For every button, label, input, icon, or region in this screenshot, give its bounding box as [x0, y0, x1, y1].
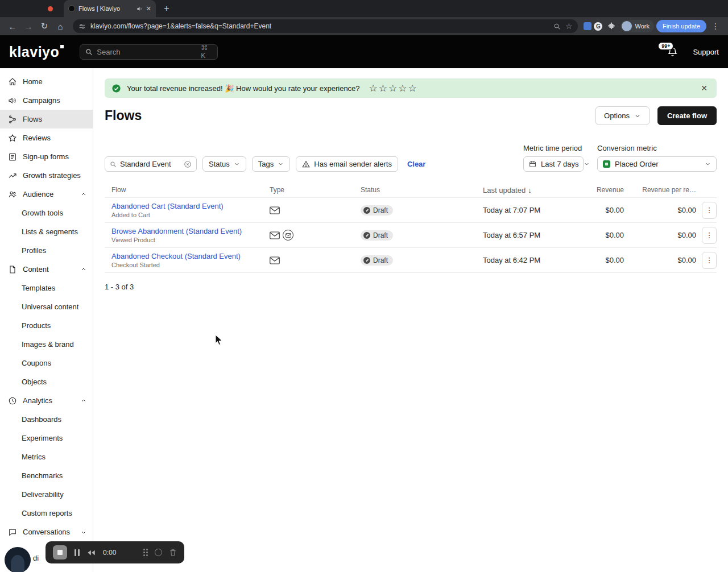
time-period-dropdown[interactable]: Last 7 days [523, 156, 584, 172]
flow-name-link[interactable]: Abandoned Cart (Standard Event) [111, 202, 270, 210]
flow-search-box[interactable] [105, 156, 197, 172]
google-extension-icon[interactable]: G [594, 22, 602, 31]
sidebar-item-reviews[interactable]: Reviews [0, 129, 93, 147]
document-icon [8, 265, 17, 274]
notifications-button[interactable]: 99+ [667, 47, 678, 57]
tab-close-icon[interactable]: ✕ [146, 5, 151, 13]
row-actions-button[interactable]: ⋮ [702, 252, 717, 269]
sidebar-item-growth-strategies[interactable]: Growth strategies [0, 166, 93, 185]
sidebar-item-lists-segments[interactable]: Lists & segments [0, 222, 93, 241]
home-icon [8, 77, 17, 86]
sender-alerts-filter[interactable]: Has email sender alerts [296, 156, 398, 172]
options-button[interactable]: Options [595, 106, 650, 125]
sidebar-item-templates[interactable]: Templates [0, 279, 93, 297]
sidebar-item-label: Metrics [22, 453, 87, 461]
tags-filter[interactable]: Tags [252, 156, 290, 172]
browser-menu-icon[interactable]: ⋮ [709, 19, 722, 33]
extension-icon[interactable] [584, 22, 592, 30]
sidebar-item-signup-forms[interactable]: Sign-up forms [0, 147, 93, 166]
star-icon[interactable]: ☆ [379, 84, 387, 93]
sidebar-item-coupons[interactable]: Coupons [0, 354, 93, 372]
delete-recording-icon[interactable] [169, 548, 177, 557]
flow-name-link[interactable]: Browse Abandonment (Standard Event) [111, 227, 270, 235]
sidebar-item-dashboards[interactable]: Dashboards [0, 410, 93, 429]
bookmark-star-icon[interactable]: ☆ [565, 22, 573, 31]
col-flow[interactable]: Flow [105, 186, 270, 194]
zoom-icon[interactable] [553, 23, 561, 30]
sidebar-item-profiles[interactable]: Profiles [0, 241, 93, 260]
banner-close-icon[interactable]: ✕ [698, 81, 710, 95]
sidebar-item-growth-tools[interactable]: Growth tools [0, 204, 93, 222]
sidebar-item-label: Deliverability [22, 490, 87, 499]
sidebar-item-images-brand[interactable]: Images & brand [0, 335, 93, 354]
tab-audio-icon[interactable] [136, 6, 143, 12]
status-text: Draft [373, 206, 388, 214]
sidebar-item-label: Images & brand [22, 340, 87, 349]
sidebar-item-conversations[interactable]: Conversations [0, 523, 93, 541]
new-tab-button[interactable]: + [160, 2, 173, 15]
type-cell [270, 206, 361, 214]
star-icon[interactable]: ☆ [369, 84, 378, 93]
sidebar-item-label: Analytics [23, 396, 75, 405]
sidebar-item-experiments[interactable]: Experiments [0, 429, 93, 447]
sidebar-item-custom-reports[interactable]: Custom reports [0, 504, 93, 523]
recorder-effects-icon[interactable] [155, 549, 162, 556]
status-filter[interactable]: Status [202, 156, 246, 172]
sidebar-item-label: Campaigns [23, 96, 87, 105]
conversion-metric-dropdown[interactable]: Placed Order [597, 156, 717, 172]
sidebar-item-metrics[interactable]: Metrics [0, 447, 93, 466]
flow-name-link[interactable]: Abandoned Checkout (Standard Event) [111, 252, 270, 260]
options-label: Options [604, 111, 630, 120]
klaviyo-logo[interactable]: klaviyo [9, 44, 65, 60]
sidebar-item-label: Experiments [22, 434, 87, 442]
star-icon[interactable]: ☆ [388, 84, 397, 93]
support-link[interactable]: Support [693, 48, 719, 56]
create-flow-button[interactable]: Create flow [657, 106, 717, 125]
revenue-per-cell: $0.00 [624, 256, 696, 264]
table-row: Abandoned Checkout (Standard Event) Chec… [105, 248, 717, 273]
clear-filters-link[interactable]: Clear [407, 160, 426, 168]
sidebar-item-deliverability[interactable]: Deliverability [0, 485, 93, 504]
sidebar-item-benchmarks[interactable]: Benchmarks [0, 466, 93, 485]
flow-search-input[interactable] [120, 160, 180, 168]
status-filter-label: Status [209, 160, 230, 168]
col-revenue-per[interactable]: Revenue per re… [624, 186, 696, 194]
pause-recording-icon[interactable] [75, 549, 80, 556]
row-actions-button[interactable]: ⋮ [702, 227, 717, 244]
sidebar-item-analytics[interactable]: Analytics [0, 391, 93, 410]
puzzle-extensions-icon[interactable] [605, 19, 618, 33]
search-input[interactable] [97, 48, 197, 56]
forward-button[interactable]: → [22, 19, 35, 33]
restart-recording-icon[interactable] [87, 549, 96, 556]
sidebar-item-products[interactable]: Products [0, 316, 93, 335]
star-icon[interactable]: ☆ [398, 84, 407, 93]
row-actions-button[interactable]: ⋮ [702, 202, 717, 219]
star-icon[interactable]: ☆ [408, 84, 417, 93]
address-bar[interactable]: klaviyo.com/flows?page=1&alerts=false&q=… [73, 19, 578, 33]
col-revenue[interactable]: Revenue [580, 186, 624, 194]
browser-tab-strip: Flows | Klaviyo ✕ + [0, 0, 728, 17]
sidebar-item-content[interactable]: Content [0, 260, 93, 279]
home-button[interactable]: ⌂ [53, 19, 67, 33]
finish-update-button[interactable]: Finish update [656, 20, 706, 32]
col-type[interactable]: Type [270, 186, 361, 194]
col-updated[interactable]: Last updated ↓ [483, 186, 580, 194]
global-search[interactable]: ⌘ K [80, 44, 218, 60]
sidebar-item-audience[interactable]: Audience [0, 185, 93, 204]
site-settings-icon[interactable] [78, 23, 86, 30]
stop-recording-button[interactable] [53, 545, 67, 559]
sidebar-item-objects[interactable]: Objects [0, 372, 93, 391]
sidebar-item-universal-content[interactable]: Universal content [0, 297, 93, 316]
clear-search-icon[interactable] [184, 160, 192, 168]
sidebar-item-campaigns[interactable]: Campaigns [0, 91, 93, 110]
browser-tab[interactable]: Flows | Klaviyo ✕ [64, 0, 156, 17]
col-status[interactable]: Status [361, 186, 483, 194]
drag-handle-icon[interactable] [143, 549, 148, 556]
reload-button[interactable]: ↻ [38, 19, 51, 33]
tags-filter-label: Tags [258, 160, 274, 168]
main-content: Your total revenue increased! 🎉 How woul… [93, 68, 728, 572]
sidebar-item-home[interactable]: Home [0, 72, 93, 91]
back-button[interactable]: ← [6, 19, 19, 33]
browser-profile-chip[interactable]: Work [621, 20, 653, 32]
sidebar-item-flows[interactable]: Flows [0, 110, 93, 129]
